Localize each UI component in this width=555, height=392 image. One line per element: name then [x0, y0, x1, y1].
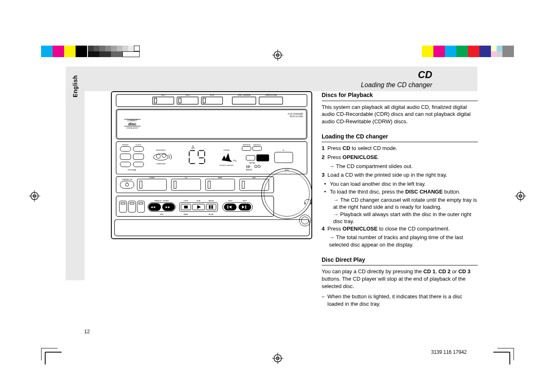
svg-rect-89: [274, 152, 293, 163]
svg-rect-38: [116, 109, 307, 139]
svg-text:REPEAT: REPEAT: [249, 162, 256, 164]
svg-rect-92: [120, 181, 134, 189]
svg-text:JOG: JOG: [285, 169, 289, 171]
svg-text:CD: CD: [185, 177, 187, 179]
svg-text:TUNER: TUNER: [149, 177, 155, 179]
svg-text:3 CD CHANGER: 3 CD CHANGER: [288, 113, 303, 115]
svg-text:TAPE: TAPE: [218, 177, 222, 179]
direct-play-note: When the button is lighted, it indicates…: [322, 293, 478, 307]
svg-rect-80: [246, 155, 255, 160]
svg-rect-24: [116, 95, 307, 107]
svg-text:R•D•S: R•D•S: [246, 169, 252, 171]
page-header: CD Loading the CD changer: [66, 67, 477, 91]
svg-rect-54: [133, 162, 144, 167]
svg-rect-100: [208, 181, 210, 189]
svg-text:SEARCH • TUNING: SEARCH • TUNING: [154, 200, 169, 202]
step-4: 4Press OPEN/CLOSE to close the CD compar…: [322, 225, 478, 233]
registration-mark-top: [272, 49, 283, 61]
svg-text:DIGITAL AUDIO: DIGITAL AUDIO: [127, 127, 138, 129]
step-4-result: The total number of tracks and playing t…: [322, 234, 478, 248]
svg-point-93: [125, 183, 129, 187]
svg-rect-129: [212, 205, 213, 209]
svg-rect-78: [242, 147, 251, 151]
svg-rect-133: [228, 205, 228, 209]
section-title-direct: Disc Direct Play: [322, 256, 478, 264]
svg-text:INCREDIBLE: INCREDIBLE: [156, 149, 166, 151]
svg-text:STANDBY ON: STANDBY ON: [122, 178, 132, 180]
svg-text:PROGRAM: PROGRAM: [128, 169, 136, 171]
svg-text:DIGITAL: DIGITAL: [223, 149, 230, 151]
svg-rect-99: [205, 179, 235, 191]
divider: [322, 101, 478, 101]
svg-rect-127: [206, 204, 216, 210]
registration-mark-right: [515, 190, 526, 202]
document-code: 3139 116 17942: [431, 349, 467, 355]
bullet-playback-result: Playback will always start with the disc…: [333, 211, 478, 225]
svg-text:PAUSE: PAUSE: [208, 200, 214, 202]
svg-point-112: [302, 217, 309, 224]
svg-text:NEXT: NEXT: [243, 200, 247, 202]
instruction-column: Discs for Playback This system can playb…: [322, 91, 478, 307]
svg-text:disc: disc: [128, 122, 136, 126]
svg-text:SHUFFLE: SHUFFLE: [253, 144, 261, 146]
svg-rect-132: [239, 204, 251, 210]
svg-text:DISC CHANGE: DISC CHANGE: [238, 94, 251, 96]
svg-rect-95: [137, 179, 166, 191]
svg-rect-51: [120, 154, 131, 159]
direct-play-body: You can play a CD directly by pressing t…: [322, 268, 478, 290]
print-colorbar-right: [422, 46, 514, 57]
svg-rect-52: [133, 154, 144, 159]
svg-text:NEWS/TA: NEWS/TA: [243, 144, 250, 146]
svg-text:SIDE: SIDE: [160, 213, 164, 215]
svg-point-87: [255, 165, 257, 168]
page-number: 12: [84, 329, 90, 334]
crop-bracket-br: [491, 348, 514, 366]
svg-rect-128: [209, 205, 210, 209]
svg-text:PLAY: PLAY: [196, 200, 200, 202]
svg-rect-48: [116, 142, 307, 174]
bullet-rotate-result: The CD changer carousel will rotate unti…: [333, 196, 478, 211]
svg-point-88: [258, 165, 260, 168]
svg-text:SURROUND: SURROUND: [156, 163, 166, 165]
svg-rect-117: [130, 203, 134, 204]
svg-rect-134: [245, 205, 246, 209]
svg-text:CD 3: CD 3: [210, 94, 214, 96]
svg-text:CD: CD: [246, 165, 250, 168]
svg-text:STOP: STOP: [184, 200, 188, 202]
svg-rect-53: [120, 162, 131, 167]
svg-text:PLAY & LOAD: PLAY & LOAD: [290, 115, 303, 118]
svg-rect-31: [232, 97, 256, 104]
language-tab: English: [66, 67, 85, 280]
svg-text:iR: iR: [283, 149, 284, 151]
svg-text:MODE: MODE: [209, 213, 214, 215]
svg-rect-81: [257, 154, 269, 161]
discs-body: This system can playback all digital aud…: [322, 104, 478, 125]
svg-point-108: [262, 168, 311, 219]
step-1: 1Press CD to select CD mode.: [322, 145, 478, 152]
svg-rect-30: [203, 98, 205, 103]
section-title-discs: Discs for Playback: [322, 91, 478, 99]
svg-rect-98: [174, 181, 176, 189]
svg-text:PREV: PREV: [228, 200, 233, 202]
svg-text:BAND: BAND: [184, 213, 188, 215]
svg-point-59: [157, 154, 161, 158]
section-title-loading: Loading the CD changer: [322, 133, 478, 141]
svg-rect-32: [259, 97, 283, 104]
step-2: 2Press OPEN/CLOSE.: [322, 154, 478, 161]
svg-text:SOUND CONTROL: SOUND CONTROL: [219, 164, 234, 166]
product-diagram: CD 1 CD 2 CD 3 DISC CHANGE OPEN/CLOSE 3 …: [111, 91, 312, 239]
svg-text:CD 2: CD 2: [186, 94, 190, 96]
step-3: 3Load a CD with the printed side up in t…: [322, 171, 478, 179]
svg-rect-97: [171, 179, 200, 191]
svg-rect-144: [115, 220, 310, 236]
svg-rect-96: [140, 181, 142, 189]
page-subtitle: Loading the CD changer: [361, 81, 432, 89]
page-title: CD: [418, 69, 432, 81]
svg-rect-49: [120, 147, 131, 152]
svg-text:CD 1: CD 1: [161, 94, 166, 96]
crop-bracket-bl: [41, 348, 64, 366]
svg-rect-39: [117, 110, 306, 138]
svg-rect-102: [242, 181, 244, 189]
bullet-third-disc: To load the third disc, press the DISC C…: [326, 188, 478, 196]
svg-rect-28: [179, 98, 181, 103]
